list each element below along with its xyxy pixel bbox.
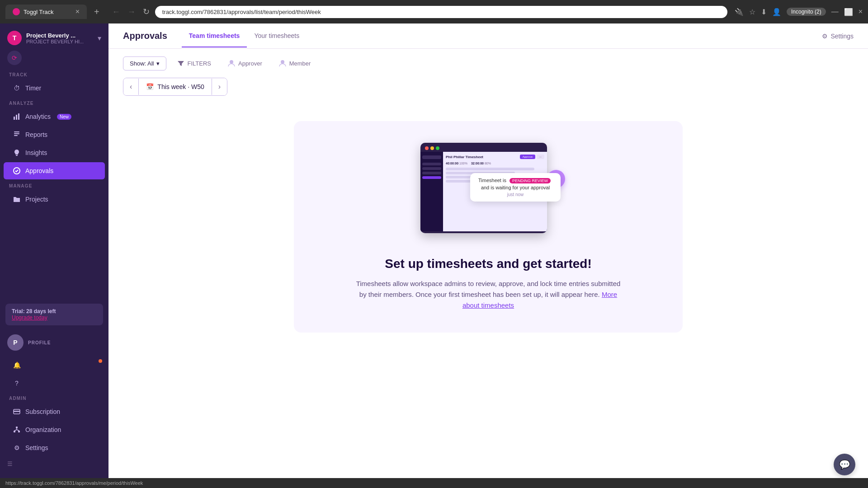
svg-rect-3	[14, 131, 19, 132]
sidebar-item-approvals[interactable]: Approvals	[4, 162, 105, 179]
svg-rect-0	[14, 117, 15, 120]
filter-icon	[177, 60, 184, 67]
app-container: T Project Beverly ... PROJECT BEVERLY HI…	[0, 23, 868, 478]
show-chevron-icon: ▾	[156, 60, 160, 67]
upgrade-link[interactable]: Upgrade today	[12, 314, 97, 321]
sidebar-item-analytics-label: Analytics	[25, 113, 51, 120]
tab-close-button[interactable]: ×	[75, 8, 80, 15]
sidebar-item-approvals-label: Approvals	[25, 167, 53, 174]
projects-icon	[13, 195, 21, 203]
promo-desc-text: Timesheets allow workspace admins to rev…	[356, 280, 621, 298]
approver-button[interactable]: Approver	[222, 56, 268, 70]
calendar-icon: 📅	[146, 83, 154, 90]
sidebar-item-subscription-label: Subscription	[25, 408, 60, 415]
svg-rect-8	[14, 411, 20, 412]
svg-rect-1	[16, 115, 17, 120]
sidebar-item-reports[interactable]: Reports	[4, 126, 105, 143]
sidebar-icon-button[interactable]: ⟳	[7, 51, 22, 65]
approver-icon	[227, 59, 236, 67]
prev-week-button[interactable]: ‹	[123, 78, 138, 95]
svg-rect-5	[14, 135, 18, 136]
profile-icon[interactable]: 👤	[772, 8, 781, 16]
restore-button[interactable]: ⬜	[844, 8, 853, 16]
tab-your-timesheets[interactable]: Your timesheets	[247, 25, 307, 47]
bell-icon: 🔔	[13, 361, 21, 369]
notification-popup: Timesheet is PENDING REVIEW and is waiti…	[470, 173, 561, 202]
new-tab-button[interactable]: +	[90, 5, 103, 19]
filter-bar: Show: All ▾ FILTERS Approver Member	[108, 49, 868, 78]
sidebar-item-analytics[interactable]: Analytics New	[4, 108, 105, 125]
sidebar-item-organization[interactable]: Organization	[4, 421, 105, 438]
notification-dot	[99, 359, 102, 363]
tab-favicon	[13, 8, 20, 15]
incognito-badge: Incognito (2)	[787, 8, 826, 16]
analytics-new-badge: New	[57, 114, 71, 120]
sidebar-item-reports-label: Reports	[25, 131, 47, 138]
subscription-icon	[13, 408, 21, 416]
browser-actions: 🔌 ☆ ⬇ 👤 Incognito (2) — ⬜ ×	[735, 8, 863, 16]
address-bar[interactable]: track.toggl.com/7862831/approvals/list/t…	[155, 6, 727, 18]
svg-rect-10	[14, 431, 15, 432]
sidebar-item-subscription[interactable]: Subscription	[4, 403, 105, 420]
tab-team-timesheets[interactable]: Team timesheets	[182, 25, 247, 47]
bookmark-icon[interactable]: ☆	[749, 8, 755, 16]
sidebar-project-name: Project Beverly ...	[26, 32, 93, 39]
download-icon[interactable]: ⬇	[761, 8, 767, 16]
svg-line-13	[14, 430, 17, 431]
sidebar-item-projects-label: Projects	[25, 196, 48, 203]
sidebar-item-timer[interactable]: ⏱ Timer	[4, 80, 105, 97]
approver-label: Approver	[238, 60, 262, 67]
close-button[interactable]: ×	[859, 8, 863, 16]
sidebar: T Project Beverly ... PROJECT BEVERLY HI…	[0, 23, 108, 478]
sidebar-item-timer-label: Timer	[25, 84, 41, 92]
next-week-button[interactable]: ›	[212, 78, 227, 95]
refresh-button[interactable]: ↻	[141, 5, 151, 19]
sidebar-item-projects[interactable]: Projects	[4, 191, 105, 208]
filters-button[interactable]: FILTERS	[172, 56, 217, 70]
analytics-icon	[13, 113, 21, 121]
sidebar-item-settings[interactable]: ⚙ Settings	[4, 439, 105, 456]
minimize-button[interactable]: —	[831, 8, 839, 16]
back-button[interactable]: ←	[110, 5, 122, 19]
week-selector: ‹ 📅 This week · W50 ›	[123, 78, 227, 96]
forward-button[interactable]: →	[126, 5, 137, 19]
member-label: Member	[289, 60, 311, 67]
week-navigation: ‹ 📅 This week · W50 ›	[108, 78, 868, 103]
track-section-label: TRACK	[0, 69, 108, 79]
member-button[interactable]: Member	[273, 56, 316, 70]
promo-container: Phil Phillar Timesheet Approve ···	[108, 103, 868, 351]
show-all-button[interactable]: Show: All ▾	[123, 56, 166, 70]
extensions-icon: 🔌	[735, 8, 744, 16]
filters-label: FILTERS	[187, 60, 211, 67]
avatar: P	[7, 334, 24, 351]
week-display: 📅 This week · W50	[138, 79, 212, 95]
profile-area[interactable]: P PROFILE	[0, 329, 108, 356]
sidebar-item-insights-label: Insights	[25, 149, 47, 156]
svg-point-16	[281, 60, 284, 64]
browser-tab[interactable]: Toggl Track ×	[5, 5, 87, 19]
topbar-actions: ⚙ Settings	[822, 33, 854, 40]
chat-bubble-button[interactable]: 💬	[834, 454, 855, 475]
svg-line-14	[17, 430, 19, 431]
sidebar-logo: T	[7, 31, 22, 45]
trial-box: Trial: 28 days left Upgrade today	[5, 304, 103, 325]
admin-section-label: ADMIN	[0, 392, 108, 403]
sidebar-item-help[interactable]: ?	[4, 375, 105, 392]
approvals-icon	[13, 167, 21, 175]
sidebar-item-settings-label: Settings	[25, 444, 48, 451]
topbar: Approvals Team timesheets Your timesheet…	[108, 23, 868, 49]
settings-button[interactable]: ⚙ Settings	[822, 33, 854, 40]
promo-box: Phil Phillar Timesheet Approve ···	[294, 121, 683, 333]
svg-point-15	[230, 60, 233, 64]
sidebar-chevron-icon[interactable]: ▾	[98, 34, 101, 42]
show-all-label: Show: All	[130, 60, 154, 67]
main-content: Approvals Team timesheets Your timesheet…	[108, 23, 868, 478]
tab-title: Toggl Track	[24, 9, 53, 15]
sidebar-item-notifications[interactable]: 🔔	[4, 357, 105, 374]
timer-icon: ⏱	[13, 84, 21, 92]
notification-text1: Timesheet is	[478, 178, 506, 183]
collapse-sidebar-button[interactable]: ☰	[0, 457, 108, 471]
settings-icon: ⚙	[13, 444, 21, 452]
sidebar-item-insights[interactable]: Insights	[4, 144, 105, 161]
page-title: Approvals	[123, 31, 167, 41]
